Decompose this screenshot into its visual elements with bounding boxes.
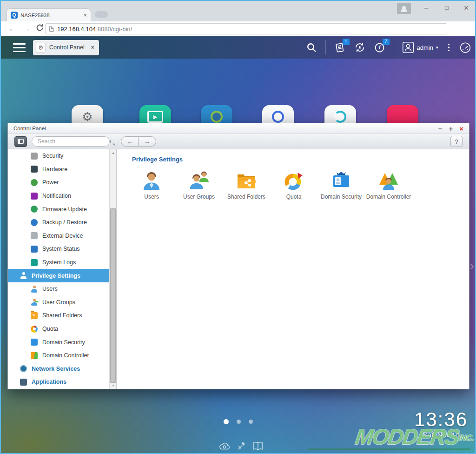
sidebar-item-domain-security[interactable]: Domain Security (8, 335, 109, 349)
background-tasks-icon[interactable]: 1 (334, 41, 346, 53)
search-icon[interactable] (305, 41, 317, 53)
control-panel-window: Control Panel − + × ← → ? (7, 123, 469, 389)
back-icon[interactable]: ← (7, 23, 19, 35)
forward-icon[interactable]: → (20, 23, 33, 35)
desktop: ⚙ ▶ 13:36 Sat, Nov 14 MODDERSINC. › (1, 59, 475, 453)
sidebar-item-domain-controller[interactable]: Domain Controller (8, 349, 109, 362)
page-icon (49, 26, 54, 32)
qnap-favicon-icon: Q (11, 12, 18, 19)
url-text: 192.168.4.104:8080/cgi-bin/ (57, 26, 132, 33)
pager-dot-3[interactable] (249, 420, 253, 424)
browser-profile-button[interactable] (397, 3, 411, 14)
nav-back-button[interactable]: ← (121, 136, 139, 147)
sidebar-scrollbar[interactable]: ▲ ▼ (109, 149, 116, 389)
domain-controller-icon (378, 171, 399, 191)
scroll-up-icon[interactable]: ▲ (110, 149, 117, 156)
content-pane: Privilege Settings Users (117, 149, 469, 389)
sidebar-item-user-groups[interactable]: User Groups (8, 296, 109, 309)
user-icon (31, 286, 38, 293)
external-device-sync-icon[interactable] (354, 41, 366, 53)
app-users[interactable]: Users (128, 171, 175, 200)
browser-tab-title: NASF25938 (20, 13, 80, 18)
browser-minimize-button[interactable]: – (418, 2, 434, 14)
qts-topbar: ⚙ Control Panel × 1 i 7 (1, 36, 475, 59)
quota-donut-icon (31, 326, 38, 333)
search-input[interactable] (38, 138, 110, 145)
sidebar-item-shared-folders[interactable]: Shared Folders (8, 309, 109, 322)
browser-maximize-button[interactable]: □ (439, 2, 455, 14)
desktop-pager (224, 419, 253, 424)
utilities-icon[interactable] (235, 440, 247, 452)
search-icon (110, 140, 111, 143)
browser-tab[interactable]: Q NASF25938 × (7, 8, 91, 21)
sidebar-item-backup-restore[interactable]: Backup / Restore (8, 216, 109, 229)
sidebar-item-external-device[interactable]: External Device (8, 229, 109, 243)
system-status-icon (31, 246, 38, 253)
browser-close-button[interactable]: × (458, 2, 474, 14)
sidebar-item-privilege-settings[interactable]: Privilege Settings (8, 269, 109, 282)
scrollbar-thumb[interactable] (110, 208, 116, 383)
nav-forward-button[interactable]: → (139, 136, 156, 147)
firmware-update-icon (31, 206, 38, 213)
reload-icon[interactable] (33, 23, 46, 35)
sidebar-item-users[interactable]: Users (8, 282, 109, 296)
system-logs-icon (31, 259, 38, 266)
window-title: Control Panel (13, 126, 438, 131)
window-titlebar[interactable]: Control Panel − + × (8, 123, 469, 134)
notifications-badge: 7 (383, 39, 390, 45)
help-button[interactable]: ? (450, 136, 463, 147)
tab-close-icon[interactable]: × (83, 12, 87, 19)
control-panel-tab[interactable]: ⚙ Control Panel × (33, 40, 99, 55)
app-user-groups[interactable]: User Groups (175, 171, 223, 200)
admin-label: admin (417, 44, 433, 51)
main-menu-icon[interactable] (13, 43, 26, 52)
sidebar-toggle-button[interactable] (14, 136, 27, 147)
sidebar-item-network-services[interactable]: Network Services (8, 362, 109, 376)
sidebar-item-power[interactable]: Power (8, 176, 109, 189)
app-grid: Users (128, 171, 412, 200)
page-title: Privilege Settings (132, 156, 183, 163)
sidebar-item-system-status[interactable]: System Status (8, 242, 109, 256)
app-shared-folders[interactable]: Shared Folders (223, 171, 270, 200)
control-panel-tab-label: Control Panel (49, 44, 85, 51)
window-search[interactable] (32, 136, 110, 147)
window-minimize-button[interactable]: − (438, 125, 443, 133)
sidebar-item-security[interactable]: Security (8, 149, 109, 163)
sidebar-item-applications[interactable]: Applications (8, 375, 109, 389)
sidebar-item-firmware-update[interactable]: Firmware Update (8, 202, 109, 216)
new-tab-button[interactable] (95, 11, 108, 18)
lock-icon (31, 153, 38, 160)
scroll-down-icon[interactable]: ▼ (110, 382, 117, 389)
briefcase-icon (31, 339, 38, 346)
pager-dot-2[interactable] (237, 420, 241, 424)
notification-icon (31, 193, 38, 200)
browser-tabstrip: Q NASF25938 × – □ × (1, 1, 475, 21)
window-close-button[interactable]: × (459, 125, 463, 133)
notifications-icon[interactable]: i 7 (374, 41, 386, 53)
sidebar-item-quota[interactable]: Quota (8, 322, 109, 336)
next-page-chevron-icon[interactable]: › (469, 258, 474, 274)
pager-dot-1[interactable] (224, 419, 229, 424)
hardware-icon (31, 166, 38, 173)
app-domain-security[interactable]: Domain Security (317, 171, 365, 200)
shared-folders-icon (236, 171, 257, 191)
window-maximize-button[interactable]: + (449, 125, 453, 133)
users-icon (141, 171, 162, 191)
tab-close-icon[interactable]: × (91, 44, 94, 51)
sidebar-item-hardware[interactable]: Hardware (8, 163, 109, 176)
app-quota[interactable]: Quota (270, 171, 317, 200)
domain-controller-icon (31, 352, 38, 359)
myqnapcloud-icon[interactable] (218, 440, 231, 452)
sidebar-item-system-logs[interactable]: System Logs (8, 256, 109, 269)
admin-menu[interactable]: admin ▾ (402, 41, 438, 53)
user-group-icon (31, 299, 38, 306)
desktop-dock (218, 440, 264, 452)
more-options-icon[interactable] (446, 44, 452, 52)
domain-security-icon (331, 171, 351, 191)
help-book-icon[interactable] (252, 440, 264, 452)
dashboard-icon[interactable] (459, 41, 471, 53)
url-bar[interactable]: 192.168.4.104:8080/cgi-bin/ (45, 23, 447, 34)
sidebar-item-notification[interactable]: Notification (8, 189, 109, 203)
app-domain-controller[interactable]: Domain Controller (365, 171, 412, 200)
panel-icon (18, 139, 24, 144)
